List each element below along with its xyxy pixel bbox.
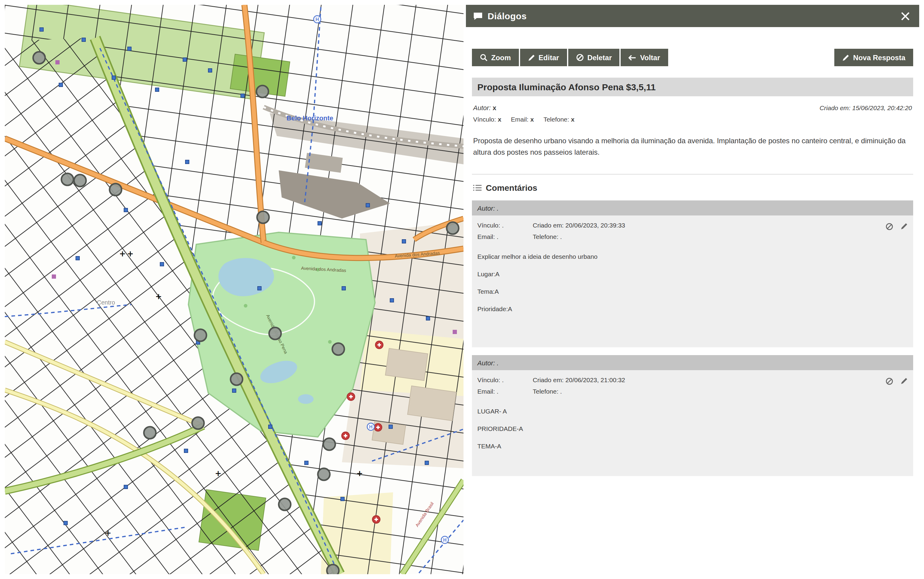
district-label: Centro: [97, 299, 115, 306]
dialog-marker[interactable]: [74, 175, 86, 186]
back-button[interactable]: Voltar: [621, 49, 668, 66]
comment-created: Criado em: 20/06/2023, 20:39:33: [533, 222, 625, 229]
dialog-marker[interactable]: [257, 211, 269, 223]
panel-title: Diálogos: [487, 11, 527, 21]
svg-text:H: H: [316, 17, 319, 22]
comment-body: Vínculo: . Criado em: 20/06/2023, 20:39:…: [472, 216, 913, 348]
dialog-marker[interactable]: [279, 498, 291, 510]
map-container[interactable]: ++ ++ ++ H H H Belo Horizonte Centro Ave…: [5, 5, 463, 574]
dialog-marker[interactable]: [192, 417, 204, 429]
comment-line: Explicar melhor a ideia de desenho urban…: [478, 253, 908, 260]
comment-line: Prioridade:A: [478, 306, 908, 313]
dialog-marker[interactable]: [144, 427, 156, 439]
close-button[interactable]: [899, 9, 912, 23]
proposal-description: Proposta de desenho urbano visando a mel…: [472, 136, 913, 159]
dialog-marker[interactable]: [269, 327, 281, 339]
arrow-left-icon: [629, 54, 636, 61]
delete-button-label: Deletar: [587, 53, 612, 62]
slash-circle-icon: [885, 378, 893, 386]
telefone-label: Telefone:: [544, 116, 569, 123]
pencil-icon: [901, 378, 908, 385]
slash-circle-icon: [885, 223, 893, 231]
dialog-marker[interactable]: [446, 222, 459, 234]
dialog-marker[interactable]: [327, 564, 339, 574]
new-reply-button[interactable]: Nova Resposta: [835, 49, 913, 66]
comment-edit-button[interactable]: [901, 223, 908, 231]
comment-header: Autor: .: [472, 201, 913, 216]
dialog-marker[interactable]: [231, 373, 243, 385]
dialog-marker[interactable]: [195, 329, 206, 341]
dialog-marker[interactable]: [257, 85, 268, 98]
map-canvas[interactable]: ++ ++ ++ H H H Belo Horizonte Centro Ave…: [5, 5, 463, 574]
comment-email: Email: .: [478, 388, 533, 395]
svg-text:+: +: [127, 249, 134, 258]
pencil-icon: [528, 54, 535, 61]
comment-line: TEMA-A: [478, 443, 908, 450]
comment-meta: Vínculo: . Criado em: 20/06/2023, 21:00:…: [478, 376, 625, 395]
comment-delete-button[interactable]: [885, 223, 893, 231]
vinculo-label: Vínculo:: [473, 116, 496, 123]
svg-text:H: H: [443, 538, 446, 543]
email-label: Email:: [511, 116, 528, 123]
comment-header: Autor: .: [472, 355, 913, 370]
delete-button[interactable]: Deletar: [568, 49, 620, 66]
svg-text:+: +: [215, 469, 221, 478]
proposal-meta-fields: Vínculo:x Email:x Telefone:x: [473, 116, 574, 123]
city-label: Belo Horizonte: [286, 114, 333, 122]
list-icon: [473, 185, 482, 192]
comments-heading-label: Comentários: [486, 183, 537, 193]
comment-vinculo: Vínculo: .: [478, 222, 533, 229]
zoom-button[interactable]: Zoom: [472, 49, 518, 66]
comment-text: Explicar melhor a ideia de desenho urban…: [478, 253, 908, 313]
new-reply-button-label: Nova Resposta: [853, 53, 905, 62]
svg-text:+: +: [105, 528, 111, 538]
comment-telefone: Telefone: .: [533, 388, 625, 395]
pencil-icon: [901, 223, 908, 230]
author-label: Autor:: [473, 104, 491, 111]
close-icon: [900, 11, 911, 21]
comment-created: Criado em: 20/06/2023, 21:00:32: [533, 376, 625, 384]
comment-line: LUGAR- A: [478, 408, 908, 415]
created-timestamp: Criado em: 15/06/2023, 20:42:20: [819, 104, 912, 111]
panel-content: Zoom Editar Deletar: [466, 27, 919, 476]
comment-email: Email: .: [478, 233, 533, 240]
telefone-value: x: [571, 116, 574, 123]
toolbar-button-group: Zoom Editar Deletar: [472, 49, 668, 66]
comment-card: Autor: . Vínculo: . Criado em: 20/06/202…: [472, 201, 913, 348]
comment-actions: [885, 222, 908, 231]
dialog-marker[interactable]: [110, 183, 122, 196]
dialog-marker[interactable]: [323, 438, 335, 450]
comment-line: PRIORIDADE-A: [478, 425, 908, 432]
comment-line: Tema:A: [478, 288, 908, 295]
proposal-title: Proposta Iluminação Afonso Pena $3,5,11: [472, 78, 913, 96]
comment-edit-button[interactable]: [901, 378, 908, 386]
section-divider: [472, 174, 913, 175]
zoom-button-label: Zoom: [491, 53, 511, 62]
edit-button-label: Editar: [538, 53, 559, 62]
proposal-meta-left: Autor:x Vínculo:x Email:x Telefone:x: [473, 104, 574, 123]
screenshot-stage: ++ ++ ++ H H H Belo Horizonte Centro Ave…: [0, 0, 924, 579]
comment-text: LUGAR- A PRIORIDADE-A TEMA-A: [478, 408, 908, 450]
svg-text:+: +: [119, 249, 126, 258]
dialog-marker[interactable]: [61, 173, 74, 185]
comment-vinculo: Vínculo: .: [478, 376, 533, 384]
pencil-icon: [842, 54, 850, 61]
dialog-marker[interactable]: [332, 343, 344, 355]
author-value: x: [493, 104, 496, 111]
comment-line: Lugar:A: [478, 270, 908, 278]
magnifier-icon: [480, 54, 487, 61]
dialog-marker[interactable]: [318, 468, 330, 480]
comments-heading: Comentários: [472, 183, 913, 193]
comment-delete-button[interactable]: [885, 378, 893, 386]
svg-text:+: +: [155, 292, 162, 301]
toolbar: Zoom Editar Deletar: [472, 49, 913, 66]
comment-meta: Vínculo: . Criado em: 20/06/2023, 20:39:…: [478, 222, 625, 240]
dialog-marker[interactable]: [33, 52, 45, 64]
back-button-label: Voltar: [640, 53, 660, 62]
comment-card: Autor: . Vínculo: . Criado em: 20/06/202…: [472, 355, 913, 476]
comment-author: Autor: .: [478, 359, 499, 366]
vinculo-value: x: [498, 116, 501, 123]
svg-text:+: +: [357, 469, 363, 478]
edit-button[interactable]: Editar: [520, 49, 567, 66]
comment-body: Vínculo: . Criado em: 20/06/2023, 21:00:…: [472, 370, 913, 476]
